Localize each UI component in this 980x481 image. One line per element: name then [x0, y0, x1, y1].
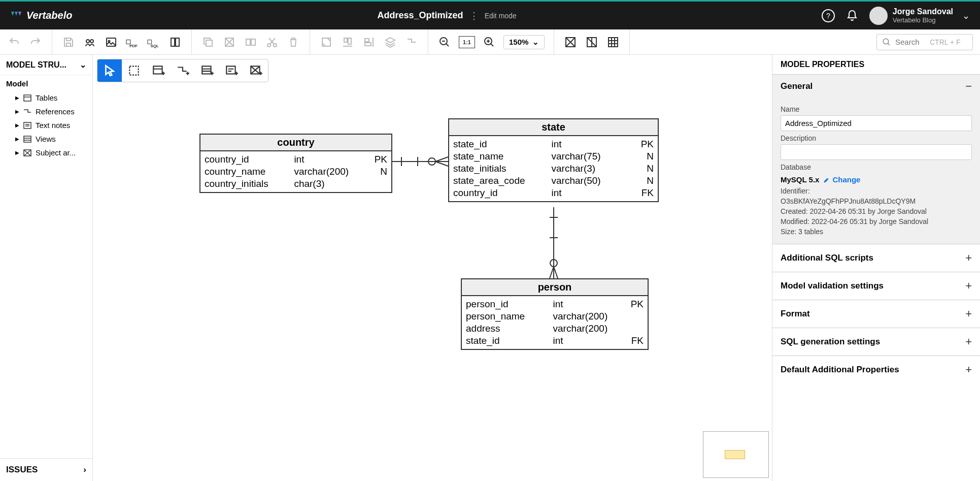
align-v-button[interactable]	[362, 35, 376, 49]
resize-button[interactable]	[319, 35, 333, 49]
help-icon[interactable]: ?	[822, 9, 835, 22]
name-label: Name	[781, 102, 972, 115]
change-db-button[interactable]: Change	[823, 175, 860, 184]
svg-line-40	[435, 162, 448, 166]
db-label: Database	[781, 160, 972, 173]
svg-rect-5	[126, 40, 130, 44]
export-sql-button[interactable]: SQL	[147, 35, 161, 49]
redo-button[interactable]	[28, 35, 43, 49]
marquee-tool[interactable]	[122, 59, 146, 82]
export-pdf-button[interactable]: PDF	[125, 35, 140, 49]
svg-line-39	[435, 157, 448, 162]
section-sql-scripts[interactable]: Additional SQL scripts+	[772, 244, 980, 272]
table-row: addressvarchar(200)	[466, 323, 644, 335]
logo[interactable]: Vertabelo	[10, 10, 72, 22]
canvas[interactable]: country country_idintPK country_namevarc…	[93, 55, 772, 481]
created-value: Created: 2022-04-26 05:31 by Jorge Sando…	[781, 206, 972, 216]
main: MODEL STRU... ⌄ Model ▶Tables ▶Reference…	[0, 55, 980, 481]
desc-input[interactable]	[781, 144, 972, 160]
erd-table-state[interactable]: state state_idintPK state_namevarchar(75…	[448, 118, 659, 202]
paste-button[interactable]	[222, 35, 236, 49]
identifier-label: Identifier:	[781, 186, 972, 196]
tree-item-tables[interactable]: ▶Tables	[5, 91, 87, 105]
delete-button[interactable]	[286, 35, 300, 49]
table-row: country_namevarchar(200)N	[205, 166, 387, 178]
search-icon	[882, 38, 891, 47]
collapse-icon: −	[965, 80, 972, 93]
connector-state-person[interactable]	[549, 207, 559, 279]
erd-table-header: country	[200, 135, 391, 151]
add-area-tool[interactable]	[244, 59, 268, 82]
name-input[interactable]	[781, 115, 972, 131]
section-sql-gen[interactable]: SQL generation settings+	[772, 328, 980, 356]
bell-icon[interactable]	[846, 10, 858, 22]
cut-button[interactable]	[265, 35, 279, 49]
user-sub: Vertabelo Blog	[893, 16, 953, 24]
tree-root[interactable]: Model	[0, 75, 92, 91]
save-button[interactable]	[61, 35, 76, 49]
more-icon[interactable]: ⋮	[469, 10, 479, 21]
export-xml-button[interactable]	[168, 35, 182, 49]
add-reference-tool[interactable]	[171, 59, 195, 82]
search-hint: CTRL + F	[930, 38, 961, 46]
svg-rect-24	[609, 38, 618, 47]
svg-point-2	[90, 40, 93, 43]
add-view-tool[interactable]	[195, 59, 219, 82]
grid-3-button[interactable]	[606, 35, 620, 49]
table-row: person_idintPK	[466, 298, 644, 310]
add-table-tool[interactable]	[146, 59, 171, 82]
copy-button[interactable]	[201, 35, 215, 49]
align-h-button[interactable]	[341, 35, 355, 49]
search-input[interactable]	[895, 38, 926, 46]
zoom-in-button[interactable]	[482, 35, 496, 49]
section-validation[interactable]: Model validation settings+	[772, 272, 980, 300]
chevron-down-icon: ⌄	[962, 10, 970, 21]
tree-item-textnotes[interactable]: ▶Text notes	[5, 118, 87, 132]
erd-table-header: person	[462, 279, 648, 296]
expand-icon: +	[965, 363, 972, 376]
tree-item-views[interactable]: ▶Views	[5, 132, 87, 146]
share-button[interactable]	[83, 35, 97, 49]
search-box[interactable]: CTRL + F	[876, 34, 973, 50]
section-format[interactable]: Format+	[772, 300, 980, 328]
grid-1-button[interactable]	[563, 35, 578, 49]
user-menu[interactable]: Jorge Sandoval Vertabelo Blog ⌄	[869, 7, 970, 25]
svg-rect-26	[24, 95, 31, 101]
issues-bar[interactable]: ISSUES ›	[0, 458, 92, 481]
svg-rect-17	[348, 38, 351, 44]
zoom-fit-button[interactable]: 1:1	[459, 36, 475, 48]
pencil-icon	[823, 176, 830, 183]
zoom-out-button[interactable]	[437, 35, 452, 49]
duplicate-button[interactable]	[244, 35, 258, 49]
tree-item-subjectareas[interactable]: ▶Subject ar...	[5, 146, 87, 159]
table-row: state_namevarchar(75)N	[453, 150, 654, 163]
edit-mode-label: Edit mode	[485, 12, 517, 20]
svg-rect-33	[226, 66, 235, 74]
export-image-button[interactable]	[104, 35, 118, 49]
table-row: state_idintPK	[453, 138, 654, 150]
modified-value: Modified: 2022-04-26 05:31 by Jorge Sand…	[781, 216, 972, 227]
section-default-props[interactable]: Default Additional Properties+	[772, 356, 980, 383]
toolbar: PDF SQL 1:1 150% ⌄ CTRL + F	[0, 29, 980, 55]
erd-table-person[interactable]: person person_idintPK person_namevarchar…	[461, 278, 649, 350]
select-tool[interactable]	[97, 59, 122, 82]
minimap[interactable]	[703, 431, 769, 478]
erd-table-country[interactable]: country country_idintPK country_namevarc…	[199, 134, 392, 193]
svg-line-45	[550, 267, 554, 278]
add-note-tool[interactable]	[219, 59, 244, 82]
connector-button[interactable]	[404, 35, 419, 49]
zoom-value: 150%	[509, 38, 528, 46]
left-panel-header[interactable]: MODEL STRU... ⌄	[0, 55, 92, 75]
svg-rect-19	[365, 43, 371, 46]
grid-2-button[interactable]	[585, 35, 599, 49]
undo-button[interactable]	[7, 35, 21, 49]
db-value: MySQL 5.x	[781, 175, 819, 184]
table-row: country_idintFK	[453, 187, 654, 199]
section-general-header[interactable]: General −	[772, 75, 980, 98]
connector-country-state[interactable]	[392, 154, 449, 169]
svg-rect-8	[176, 38, 179, 46]
layers-button[interactable]	[383, 35, 397, 49]
tree-item-references[interactable]: ▶References	[5, 105, 87, 118]
zoom-select[interactable]: 150% ⌄	[503, 35, 545, 49]
desc-label: Description	[781, 131, 972, 144]
